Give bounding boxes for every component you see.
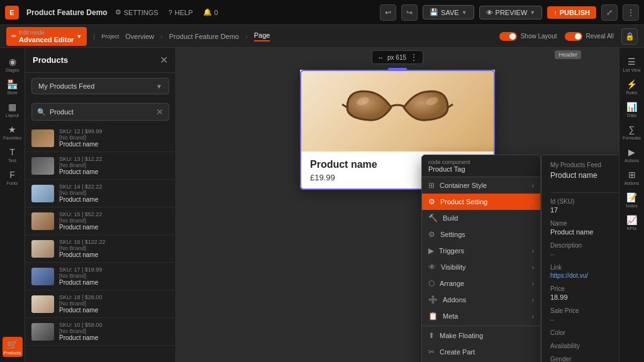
addons-icon: ➕ [428,295,438,304]
context-menu-product-setting[interactable]: ⚙ Product Setting › [422,194,540,210]
product-setting-icon: ⚙ [428,197,435,206]
preview-button[interactable]: 👁 PREVIEW ▼ [479,6,543,19]
products-panel: Products ✕ My Products Feed ▼ 🔍 ✕ SKU: 1… [25,48,176,362]
sidebar-item-list-view[interactable]: ☰ List View [622,54,642,74]
more-options-icon[interactable]: ⋮ [410,53,418,62]
sidebar-item-actions[interactable]: ▶ Actions [622,145,642,165]
breadcrumb-page[interactable]: Page [254,31,270,41]
context-menu-arrange[interactable]: ⬡ Arrange › [422,275,540,292]
context-menu-visibility[interactable]: 👁 Visibility › [422,259,540,275]
context-menu: code component Product Tag ⊞ Container S… [421,155,541,362]
sidebar-item-fonts[interactable]: F Fonts [3,167,23,187]
data-icon: 📊 [626,102,637,112]
list-item[interactable]: SKU: 14 | $22.22 [No Brand] Product name [25,180,175,207]
feed-dropdown-icon: ▼ [156,83,162,90]
list-item[interactable]: SKU: 13 | $12.22 [No Brand] Product name [25,152,175,180]
list-item[interactable]: SKU: 18 | $28.00 [No Brand] Product name [25,290,175,318]
top-nav: ⚙ SETTINGS ? HELP 🔔 0 [115,8,218,16]
product-thumbnail [31,323,54,341]
product-thumbnail [31,212,54,230]
ps-id-field: Id (SKU) 17 [550,198,619,214]
product-settings-submenu: My Products Feed Product name ✏ ↺ Id (SK… [541,155,619,362]
context-menu-header: code component Product Tag [422,155,540,177]
list-item[interactable]: SKU: 10 | $58.00 [No Brand] Product name [25,318,175,346]
nav-settings[interactable]: ⚙ SETTINGS [115,8,158,16]
more-button[interactable]: ⋮ [623,4,639,21]
context-menu-meta[interactable]: 📋 Meta › [422,308,540,324]
panel-title: Products [33,55,68,65]
ps-color-field: Color [550,329,619,336]
breadcrumb-project-name[interactable]: Product Feature Demo [169,33,239,40]
publish-button[interactable]: ↑ PUBLISH [547,6,596,19]
panel-header: Products ✕ [25,48,175,73]
arrow-icon: › [532,182,534,189]
search-clear-button[interactable]: ✕ [156,107,164,117]
sunglasses-svg [341,82,454,139]
save-button[interactable]: 💾 SAVE ▼ [423,5,474,19]
ps-availability-field: Availability [550,343,619,349]
list-item[interactable]: SKU: 15 | $52.22 [No Brand] Product name [25,207,175,235]
nav-help[interactable]: ? HELP [169,9,193,16]
product-info: SKU: 12 | $99.99 [No Brand] Product name [59,128,169,148]
product-thumbnail [31,157,54,175]
context-menu-addons[interactable]: ➕ Addons › [422,292,540,308]
editor-icon: ✏ [11,33,16,40]
top-bar-right: ↩ ↪ 💾 SAVE ▼ 👁 PREVIEW ▼ ↑ PUBLISH ⤢ ⋮ [380,4,639,21]
sidebar-item-layout[interactable]: ▦ Layout [3,99,23,119]
sidebar-item-products[interactable]: 🛒 Products [3,337,23,357]
sidebar-item-favorites[interactable]: ★ Favorites [3,122,23,142]
triggers-icon: ▶ [428,246,434,255]
ps-sale-price-field: Sale Price – [550,307,619,323]
build-icon: 🔨 [428,214,438,222]
sidebar-item-stages[interactable]: ◉ Stages [3,54,23,74]
context-menu-settings[interactable]: ⚙ Settings [422,226,540,243]
context-menu-build[interactable]: 🔨 Build [422,210,540,226]
addons-sidebar-icon: ⊞ [628,170,636,180]
sidebar-item-addons[interactable]: ⊞ Addons [622,167,642,187]
right-sidebar: ☰ List View ⚡ Rules 📊 Data ∑ Formulas ▶ … [619,48,644,362]
reveal-all-toggle[interactable] [565,32,582,41]
arrange-icon: ⬡ [428,279,435,288]
search-input[interactable] [50,108,152,116]
preview-dropdown-icon: ▼ [530,9,535,16]
layout-icon: ▦ [8,102,16,112]
context-menu-container-style[interactable]: ⊞ Container Style › [422,177,540,194]
context-menu-make-floating[interactable]: ⬆ Make Floating [422,327,540,344]
list-item[interactable]: SKU: 12 | $99.99 [No Brand] Product name [25,124,175,152]
product-thumbnail [31,129,54,147]
second-bar: ✏ Edit mode Advanced Editor ▼ | Project … [0,25,644,48]
sidebar-item-data[interactable]: 📊 Data [622,99,642,119]
context-menu-triggers[interactable]: ▶ Triggers › [422,243,540,259]
second-bar-right: Show Layout Reveal All 🔒 [499,28,638,45]
ps-description-field: Description – [550,242,619,258]
share-button[interactable]: ⤢ [601,4,618,21]
sidebar-item-formulas[interactable]: ∑ Formulas [622,122,642,142]
sidebar-item-text[interactable]: T Text [3,145,23,165]
product-thumbnail [31,240,54,258]
redo-button[interactable]: ↪ [401,4,418,21]
sidebar-item-kpis[interactable]: 📈 KPIs [622,212,642,233]
sidebar-item-rules[interactable]: ⚡ Rules [622,77,642,97]
search-bar: 🔍 ✕ [31,103,169,121]
list-item[interactable]: SKU: 16 | $122.22 [No Brand] Product nam… [25,235,175,263]
panel-close-button[interactable]: ✕ [160,54,168,66]
nav-notifications[interactable]: 🔔 0 [203,8,218,16]
fonts-icon: F [9,170,15,180]
text-icon: T [9,147,15,157]
feed-dropdown[interactable]: My Products Feed ▼ [31,78,169,94]
breadcrumb-project-label: Project [101,33,119,40]
left-sidebar: ◉ Stages 🏪 Store ▦ Layout ★ Favorites T … [0,48,25,362]
store-icon: 🏪 [7,79,18,89]
search-icon: 🔍 [37,108,46,116]
breadcrumb-overview[interactable]: Overview [125,33,154,40]
lock-button[interactable]: 🔒 [621,28,638,45]
ps-price-field: Price 18.99 [550,285,619,301]
sidebar-item-notes[interactable]: 📝 Notes [622,190,642,210]
rules-icon: ⚡ [626,79,637,89]
context-menu-create-part[interactable]: ✂ Create Part [422,344,540,360]
sidebar-item-store[interactable]: 🏪 Store [3,77,23,97]
list-item[interactable]: SKU: 17 | $19.99 [No Brand] Product name [25,263,175,290]
advanced-editor-button[interactable]: ✏ Edit mode Advanced Editor ▼ [6,27,87,46]
show-layout-toggle[interactable] [499,32,517,41]
undo-button[interactable]: ↩ [380,4,396,21]
